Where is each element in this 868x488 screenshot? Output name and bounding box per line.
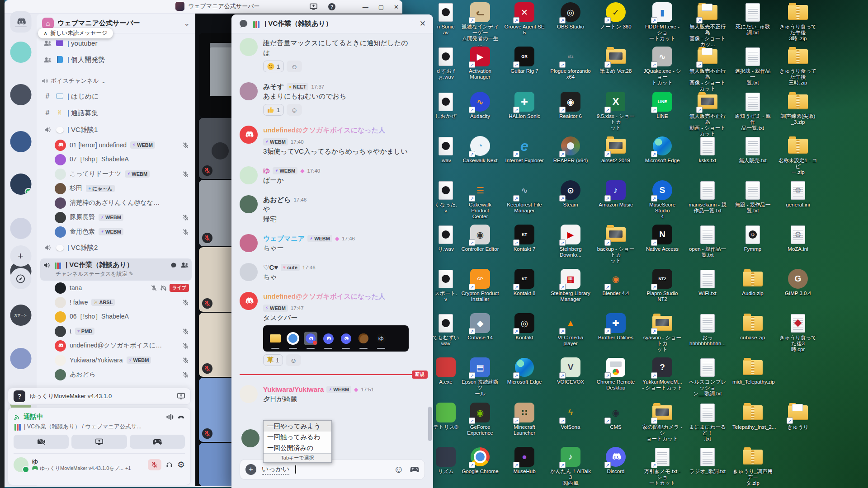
- desktop-icon[interactable]: きゅうり食ってた午後三時.zip: [778, 46, 818, 86]
- desktop-icon[interactable]: ♪↗Amazon Music: [595, 180, 636, 208]
- desktop-icon[interactable]: Audio.zip: [732, 268, 773, 296]
- desktop-icon[interactable]: ▲↗VLC media player: [550, 313, 591, 347]
- mic-muted-button[interactable]: [148, 459, 161, 470]
- emoji-picker-icon[interactable]: ☺: [394, 464, 404, 475]
- desktop-icon[interactable]: ↗Chrome RemoteDesktop: [595, 357, 636, 391]
- voice-member-row[interactable]: 01 [!error] undefined⚡WEBM: [37, 138, 195, 152]
- channel-row[interactable]: #| はじめに: [40, 88, 192, 104]
- desktop-icon[interactable]: V↗VOICEVOX: [550, 357, 591, 385]
- close-icon[interactable]: ✕: [420, 19, 426, 28]
- desktop-icon[interactable]: NT2↗Piapro Studio NT2: [642, 268, 683, 302]
- server-item[interactable]: [10, 218, 31, 239]
- desktop-icon[interactable]: manisekarin - 親作品一覧.txt: [687, 180, 728, 214]
- desktop-icon[interactable]: ◉↗Controller Editor: [460, 224, 500, 252]
- desktop-icon[interactable]: ◉↗GeForceExperience: [460, 402, 500, 436]
- desktop-icon[interactable]: ↗無人販売不正行為動画 - ショートカット: [687, 91, 728, 137]
- avatar[interactable]: [240, 38, 258, 56]
- desktop-icon[interactable]: cubase.zip: [732, 313, 773, 341]
- desktop-icon[interactable]: open - 親作品一覧.txt: [687, 224, 728, 258]
- maximize-button[interactable]: ▢: [378, 4, 384, 10]
- desktop-icon[interactable]: ゆFymmp: [732, 224, 773, 252]
- voice-activity-icon[interactable]: [166, 414, 175, 420]
- channel-row[interactable]: | VC雑談2: [40, 239, 192, 256]
- pip-icon[interactable]: [310, 3, 317, 10]
- message[interactable]: あおどら17:46や帰宅: [240, 195, 425, 224]
- desktop-icon[interactable]: ↗airset2-2019: [595, 136, 636, 164]
- reaction-pill[interactable]: 草1: [263, 354, 283, 366]
- desktop-icon[interactable]: ラジオ_歌詞.txt: [687, 446, 728, 474]
- avatar[interactable]: [14, 457, 28, 472]
- desktop-icon[interactable]: ◔↗Cakewalk Next: [460, 136, 500, 164]
- desktop-icon[interactable]: ↗Google Chrome: [460, 446, 500, 474]
- discord-home-button[interactable]: [10, 11, 31, 33]
- desktop-icon[interactable]: まにまにわーるど！.txt: [687, 402, 728, 442]
- desktop-icon[interactable]: 無題 - 親作品一覧.txt: [732, 180, 773, 214]
- message[interactable]: ウェブマニア⚡WEBM◆17:46ちゃー: [240, 234, 425, 253]
- category-voice-channels[interactable]: ボイスチャンネル⌄: [37, 74, 195, 88]
- voice-member-row[interactable]: 豚原長賢⚡WEBM: [37, 210, 195, 225]
- desktop-icon[interactable]: ↗backup - ショートカット: [595, 224, 636, 264]
- avatar[interactable]: [240, 292, 258, 310]
- add-reaction-button[interactable]: ☺: [287, 104, 302, 116]
- author-name[interactable]: ゆ: [263, 166, 270, 175]
- message[interactable]: undefined@クソガキボイスになった人⚡WEBM17:47タスクバーゆ草1…: [240, 292, 425, 366]
- desktop-icon[interactable]: ▤↗Epson 接続診断ツール: [460, 357, 500, 397]
- avatar[interactable]: [240, 263, 258, 281]
- desktop-icon[interactable]: ✚↗HALion Sonic: [504, 91, 545, 119]
- desktop-icon[interactable]: Telepathy_Inst_2...: [732, 402, 773, 430]
- desktop-icon[interactable]: ᓚ↗孤独なインディーゲーム開発者の一生 ...: [460, 2, 500, 47]
- ime-candidate[interactable]: 一回公開済みの: [264, 442, 331, 453]
- desktop-icon[interactable]: ↗万引きメモ.txt - ショートカット: [642, 446, 683, 486]
- help-button[interactable]: ?: [328, 3, 335, 10]
- desktop-icon[interactable]: ?↗YukkuriMovieM...- ショートカット: [642, 357, 683, 391]
- desktop-icon[interactable]: ●↗MuseHub: [504, 446, 545, 474]
- desktop-icon[interactable]: ↗きゅうり: [778, 402, 818, 430]
- message[interactable]: ゆ⚡WEBM◆17:40ばーか: [240, 166, 425, 185]
- add-server-button[interactable]: +: [10, 245, 31, 267]
- desktop-icon[interactable]: ✕↗Groove Agent SE 5: [504, 2, 545, 36]
- server-item[interactable]: [10, 131, 31, 152]
- voice-member-row[interactable]: 清楚枠のあざりんくん@ななもり。…: [37, 196, 195, 210]
- desktop-icon[interactable]: ↗Discord: [595, 446, 636, 474]
- author-name[interactable]: Yukiwara/Yukiwara: [263, 385, 324, 394]
- desktop-icon[interactable]: ↗Microsoft Edge: [642, 136, 683, 164]
- settings-gear-button[interactable]: ⚙: [177, 460, 185, 470]
- desktop-icon[interactable]: ↗Microsoft Edge: [504, 357, 545, 385]
- desktop-icon[interactable]: ⚙MoZA.ini: [778, 224, 818, 252]
- desktop-icon[interactable]: ✚↗Brother Utilities: [595, 313, 636, 341]
- author-name[interactable]: undefined@クソガキボイスになった人: [263, 126, 385, 135]
- activities-button[interactable]: [130, 435, 185, 449]
- desktop-icon[interactable]: ∷↗MinecraftLauncher: [504, 402, 545, 436]
- avatar[interactable]: [240, 82, 258, 100]
- voice-member-row[interactable]: あおどら: [37, 367, 195, 382]
- voice-member-row[interactable]: こってりドーナツ⚡WEBM: [37, 167, 195, 181]
- desktop-icon[interactable]: ↗家の防犯カメラ - ショートカット: [642, 402, 683, 442]
- message[interactable]: ♡C♥♥cute17:46ちゃ: [240, 263, 425, 282]
- desktop-icon[interactable]: ↗無人販売不正行為画像 - ショートカッ...: [687, 2, 728, 47]
- reaction-pill[interactable]: 1: [263, 61, 284, 72]
- desktop-icon[interactable]: ◎↗OBS Studio: [550, 2, 591, 30]
- desktop-icon[interactable]: e↗Internet Explorer: [504, 136, 545, 164]
- desktop-icon[interactable]: midi_Telepathy.zip: [732, 357, 773, 385]
- author-name[interactable]: あおどら: [263, 195, 291, 204]
- desktop-icon[interactable]: ♪↗かんたん！AITalk 3関西風: [550, 446, 591, 486]
- desktop-icon[interactable]: ☰↗Cakewalk ProductCenter: [460, 180, 500, 220]
- desktop-icon[interactable]: ∿↗Keepforest FileManager: [504, 180, 545, 214]
- voice-member-row[interactable]: ! falwe⚔ARSL: [37, 295, 195, 310]
- channel-row[interactable]: #✌| 通話募集: [40, 105, 192, 121]
- desktop-icon[interactable]: ◎↗Kontakt: [504, 313, 545, 341]
- desktop-icon[interactable]: 無人販売.txt: [732, 136, 773, 164]
- message[interactable]: みそす●NEET17:37あまりにもねむいのでおち1☺: [240, 82, 425, 116]
- camera-button[interactable]: [14, 435, 69, 449]
- message[interactable]: undefined@クソガキボイスになった人⚡WEBM17:403垢使ってVC入…: [240, 126, 425, 156]
- message[interactable]: 誰だ音量マックスにしてるときに通知だしたのは1☺: [240, 38, 425, 72]
- voice-member-row[interactable]: 食用色素⚡WEBM: [37, 225, 195, 239]
- desktop-icon[interactable]: KT↗Kontakt 8: [504, 268, 545, 296]
- voice-member-row[interactable]: 06［!sho］ShabeleA: [37, 310, 195, 324]
- attach-plus-button[interactable]: +: [245, 464, 256, 475]
- server-item[interactable]: [10, 84, 31, 105]
- desktop-icon[interactable]: ∿↗JQuake.exe - ショートカット: [642, 46, 683, 86]
- author-name[interactable]: みそす: [263, 82, 284, 91]
- desktop-icon[interactable]: ϟ↗VoiSona: [550, 402, 591, 430]
- add-reaction-button[interactable]: ☺: [287, 61, 302, 72]
